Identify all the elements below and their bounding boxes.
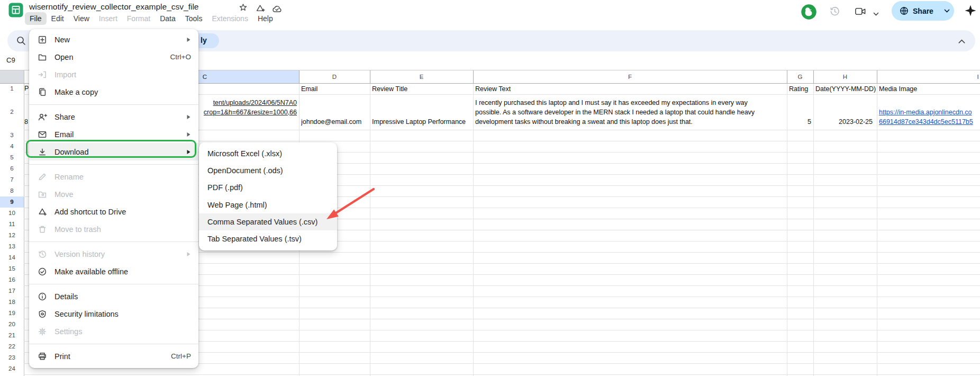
download-option-opendocument-ods[interactable]: OpenDocument (.ods) (199, 162, 337, 179)
file-menu-item-share[interactable]: Share (29, 108, 198, 126)
sheets-logo-icon[interactable] (8, 3, 23, 20)
document-title[interactable]: wisernotify_review_collector_example_csv… (29, 2, 198, 12)
name-box[interactable]: C9 (6, 56, 15, 64)
file-menu-item-label: Rename (55, 173, 84, 181)
file-menu-item-rename[interactable]: Rename (29, 168, 198, 185)
file-menu-item-email[interactable]: Email (29, 126, 198, 143)
submenu-arrow-icon (186, 132, 191, 137)
file-menu-item-label: Import (55, 70, 76, 79)
cell-h1[interactable]: Date(YYYY-MM-DD) (815, 84, 876, 94)
menubar-item-view[interactable]: View (69, 12, 94, 25)
row-header-1[interactable]: 1 (0, 83, 24, 94)
column-header-g[interactable]: G (787, 70, 813, 83)
file-menu-item-move[interactable]: Move (29, 185, 198, 203)
menubar-item-edit[interactable]: Edit (47, 12, 69, 25)
cell-a1-partial[interactable]: P (24, 84, 29, 94)
cell-a2-partial[interactable]: 8 (24, 117, 28, 127)
cell-h2[interactable]: 2023-02-25 (815, 117, 873, 127)
file-menu-item-label: New (55, 35, 70, 44)
column-header-h[interactable]: H (813, 70, 877, 83)
row-header-24[interactable]: 24 (0, 363, 24, 374)
row-header-21[interactable]: 21 (0, 330, 24, 341)
file-menu-item-security-limitations[interactable]: Security limitations (29, 305, 198, 323)
cell-g2[interactable]: 5 (787, 117, 811, 127)
file-menu-item-import[interactable]: Import (29, 66, 198, 83)
cell-d1[interactable]: Email (301, 84, 317, 94)
cell-g1[interactable]: Rating (789, 84, 808, 94)
menu-shortcut: Ctrl+O (170, 53, 191, 61)
file-menu-item-open[interactable]: OpenCtrl+O (29, 48, 198, 66)
file-menu-item-download[interactable]: Download (29, 143, 198, 160)
row-header-13[interactable]: 13 (0, 241, 24, 252)
cell-i2-link[interactable]: https://in-media.apjonlinecdn.co66914d87… (879, 108, 973, 127)
cell-d2[interactable]: johndoe@email.com (301, 117, 361, 127)
row-header-15[interactable]: 15 (0, 263, 24, 274)
file-menu-item-details[interactable]: Details (29, 288, 198, 305)
meet-video-icon[interactable] (854, 5, 867, 20)
meet-caret-icon[interactable] (873, 9, 879, 19)
select-all-corner[interactable] (0, 70, 24, 83)
download-option-comma-separated-values-csv[interactable]: Comma Separated Values (.csv) (199, 213, 337, 230)
column-header-d[interactable]: D (299, 70, 370, 83)
download-option-web-page-html[interactable]: Web Page (.html) (199, 196, 337, 213)
file-menu-item-new[interactable]: New (29, 31, 198, 48)
menu-divider (29, 344, 198, 344)
row-header-10[interactable]: 10 (0, 208, 24, 219)
history-icon (38, 249, 47, 259)
menubar-item-insert[interactable]: Insert (94, 12, 122, 25)
file-menu-item-move-to-trash[interactable]: Move to trash (29, 220, 198, 238)
cell-e1[interactable]: Review Title (372, 84, 407, 94)
menubar-item-extensions[interactable]: Extensions (207, 12, 252, 25)
row-header-3[interactable]: 3 (0, 130, 24, 141)
row-header-17[interactable]: 17 (0, 285, 24, 297)
gemini-sparkle-icon[interactable] (964, 4, 977, 20)
row-header-14[interactable]: 14 (0, 252, 24, 263)
cell-e2[interactable]: Impressive Laptop Performance (372, 117, 466, 127)
file-menu-item-make-a-copy[interactable]: Make a copy (29, 83, 198, 101)
menubar-item-format[interactable]: Format (122, 12, 155, 25)
row-header-9[interactable]: 9 (0, 196, 24, 208)
row-header-20[interactable]: 20 (0, 319, 24, 330)
duck-extension-icon[interactable] (800, 3, 818, 23)
row-header-4[interactable]: 4 (0, 141, 24, 152)
row-header-23[interactable]: 23 (0, 352, 24, 363)
row-header-11[interactable]: 11 (0, 219, 24, 230)
hide-toolbar-chevron-icon[interactable] (958, 37, 966, 47)
row-header-16[interactable]: 16 (0, 274, 24, 285)
file-menu-item-print[interactable]: PrintCtrl+P (29, 347, 198, 365)
file-menu-item-make-available-offline[interactable]: Make available offline (29, 263, 198, 280)
row-header-22[interactable]: 22 (0, 341, 24, 352)
download-option-tab-separated-values-tsv[interactable]: Tab Separated Values (.tsv) (199, 230, 337, 247)
menubar-item-file[interactable]: File (25, 12, 47, 25)
column-header-e[interactable]: E (370, 70, 473, 83)
cell-c2-link[interactable]: tent/uploads/2024/06/5N7A0crop=1&h=667&r… (199, 98, 297, 117)
share-button-group: Share (892, 1, 954, 21)
search-menus-icon[interactable] (16, 35, 26, 48)
row-header-8[interactable]: 8 (0, 185, 24, 196)
download-option-microsoft-excel-xlsx[interactable]: Microsoft Excel (.xlsx) (199, 145, 337, 162)
row-header-6[interactable]: 6 (0, 163, 24, 174)
menubar-item-help[interactable]: Help (253, 12, 278, 25)
menubar-item-tools[interactable]: Tools (180, 12, 207, 25)
row-header-5[interactable]: 5 (0, 152, 24, 163)
file-menu-item-add-shortcut-to-drive[interactable]: Add shortcut to Drive (29, 203, 198, 220)
row-header-19[interactable]: 19 (0, 308, 24, 319)
column-header-f[interactable]: F (473, 70, 787, 83)
row-header-7[interactable]: 7 (0, 174, 24, 185)
file-menu-item-label: Make a copy (55, 88, 98, 96)
cell-f2[interactable]: I recently purchased this laptop and I m… (475, 98, 755, 127)
import-icon (38, 70, 47, 79)
cell-i1[interactable]: Media Image (879, 84, 917, 94)
row-header-12[interactable]: 12 (0, 230, 24, 241)
file-menu-item-settings[interactable]: Settings (29, 323, 198, 340)
file-menu-item-version-history[interactable]: Version history (29, 245, 198, 263)
cell-f1[interactable]: Review Text (475, 84, 511, 94)
share-dropdown-button[interactable] (939, 1, 955, 21)
column-header-i[interactable]: I (877, 70, 980, 83)
download-option-pdf-pdf[interactable]: PDF (.pdf) (199, 179, 337, 196)
row-header-18[interactable]: 18 (0, 297, 24, 308)
menubar-item-data[interactable]: Data (155, 12, 180, 25)
pencil-icon (38, 172, 47, 182)
row-header-2[interactable]: 2 (0, 94, 24, 130)
share-button[interactable]: Share (892, 1, 939, 21)
